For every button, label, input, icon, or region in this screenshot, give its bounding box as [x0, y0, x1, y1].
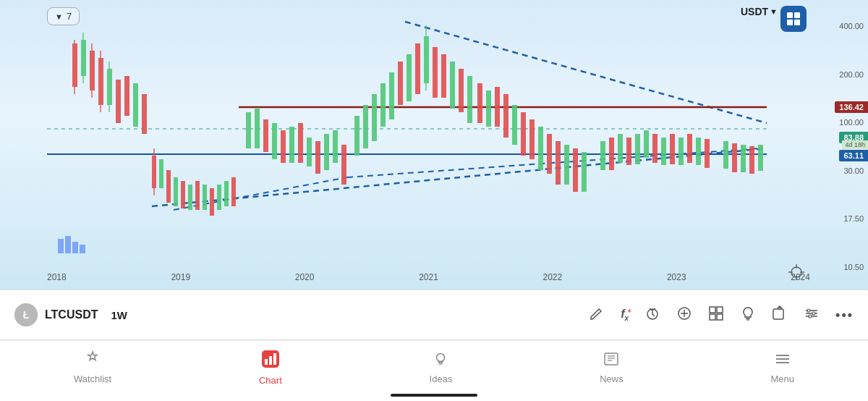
svg-rect-88	[732, 143, 737, 172]
chart-svg	[0, 0, 810, 290]
chart-label: Chart	[259, 375, 282, 386]
svg-rect-71	[564, 145, 569, 185]
chart-area[interactable]: ▼ 7 USDT ▼ 400.00 200.00 100.00 30.00 17…	[0, 0, 868, 290]
support-price-badge: 63.11	[839, 150, 868, 161]
svg-rect-98	[72, 242, 78, 253]
svg-rect-89	[741, 145, 746, 172]
svg-rect-19	[133, 83, 138, 127]
svg-rect-18	[124, 76, 129, 116]
ideas-icon[interactable]	[740, 305, 756, 325]
svg-rect-85	[696, 138, 701, 165]
svg-rect-58	[450, 62, 455, 109]
svg-rect-23	[159, 159, 163, 188]
svg-rect-32	[224, 181, 229, 206]
year-2020: 2020	[295, 272, 315, 282]
svg-rect-38	[281, 130, 286, 163]
price-level-200: 200.00	[813, 70, 864, 79]
svg-rect-49	[380, 83, 386, 127]
more-options-icon[interactable]: •••	[835, 308, 854, 323]
svg-rect-26	[181, 181, 185, 208]
news-label: News	[600, 373, 624, 384]
svg-rect-63	[495, 87, 500, 127]
nav-item-ideas[interactable]: Ideas	[430, 350, 453, 384]
nav-item-watchlist[interactable]: Watchlist	[74, 350, 111, 384]
time-badge: 4d 18h	[842, 140, 868, 149]
svg-point-121	[807, 309, 810, 312]
svg-rect-17	[116, 80, 121, 123]
year-2021: 2021	[419, 272, 438, 282]
news-nav-icon	[603, 350, 620, 371]
chevron-down-icon: ▼	[55, 12, 63, 21]
svg-rect-86	[705, 139, 710, 168]
ideas-nav-icon	[432, 350, 449, 371]
svg-rect-112	[717, 307, 723, 313]
svg-rect-47	[363, 105, 368, 148]
svg-point-122	[812, 312, 815, 315]
svg-rect-61	[477, 83, 482, 123]
crosshair-button[interactable]	[788, 264, 804, 284]
indicator-icon[interactable]: fx +	[621, 308, 629, 322]
svg-rect-96	[58, 239, 64, 253]
svg-rect-42	[315, 141, 320, 174]
layout-icon[interactable]	[708, 305, 724, 325]
year-2023: 2023	[667, 272, 686, 282]
svg-rect-93	[794, 12, 800, 18]
app-icon[interactable]	[780, 6, 807, 32]
chart-nav-icon	[260, 349, 281, 372]
year-labels: 2018 2019 2020 2021 2022 2023 2024	[47, 272, 810, 282]
currency-label[interactable]: USDT ▼	[741, 6, 778, 17]
svg-point-123	[809, 315, 812, 318]
nav-item-menu[interactable]: Menu	[771, 350, 795, 384]
svg-rect-91	[758, 145, 763, 171]
svg-rect-79	[644, 130, 649, 158]
svg-rect-83	[678, 138, 684, 165]
svg-rect-39	[289, 127, 294, 163]
resistance-price-badge: 136.42	[835, 101, 868, 113]
svg-text:Ł: Ł	[23, 309, 30, 321]
svg-rect-56	[433, 47, 438, 98]
tradingview-logo	[58, 236, 90, 261]
svg-rect-125	[265, 359, 268, 365]
menu-label: Menu	[771, 373, 795, 384]
svg-rect-126	[269, 356, 272, 365]
nav-item-news[interactable]: News	[600, 350, 624, 384]
price-level-10: 10.50	[813, 263, 864, 271]
currency-text: USDT	[741, 6, 768, 17]
year-2018: 2018	[47, 272, 67, 282]
share-icon[interactable]	[772, 305, 788, 325]
svg-rect-117	[773, 309, 783, 319]
svg-rect-48	[372, 94, 377, 141]
year-2019: 2019	[171, 272, 190, 282]
svg-rect-35	[255, 109, 260, 148]
add-icon[interactable]	[676, 305, 692, 325]
svg-rect-44	[333, 130, 338, 163]
settings-icon[interactable]	[804, 305, 820, 325]
notification-badge[interactable]: ▼ 7	[47, 7, 80, 25]
draw-tool-icon[interactable]	[589, 305, 605, 325]
svg-rect-28	[195, 181, 200, 210]
nav-item-chart[interactable]: Chart	[259, 349, 282, 386]
price-level-400: 400.00	[813, 22, 864, 30]
svg-rect-73	[582, 152, 587, 192]
svg-rect-59	[459, 69, 464, 112]
svg-rect-72	[573, 148, 578, 192]
svg-rect-82	[670, 134, 675, 164]
svg-rect-50	[389, 72, 394, 119]
svg-rect-30	[210, 188, 214, 216]
svg-rect-57	[441, 54, 446, 98]
alert-icon[interactable]	[644, 305, 660, 325]
ticker-name: LTCUSDT	[45, 308, 98, 321]
price-level-100: 100.00	[813, 118, 864, 127]
svg-rect-37	[272, 123, 277, 159]
svg-rect-31	[217, 185, 221, 210]
svg-rect-64	[503, 94, 509, 138]
svg-rect-127	[273, 353, 276, 365]
home-indicator	[391, 394, 477, 397]
price-level-30: 30.00	[813, 166, 864, 175]
svg-rect-111	[710, 307, 715, 313]
svg-rect-113	[710, 314, 715, 320]
svg-rect-36	[263, 119, 268, 152]
svg-rect-78	[635, 134, 640, 164]
ticker-icon: Ł	[14, 303, 38, 326]
currency-dropdown-icon: ▼	[770, 7, 778, 16]
